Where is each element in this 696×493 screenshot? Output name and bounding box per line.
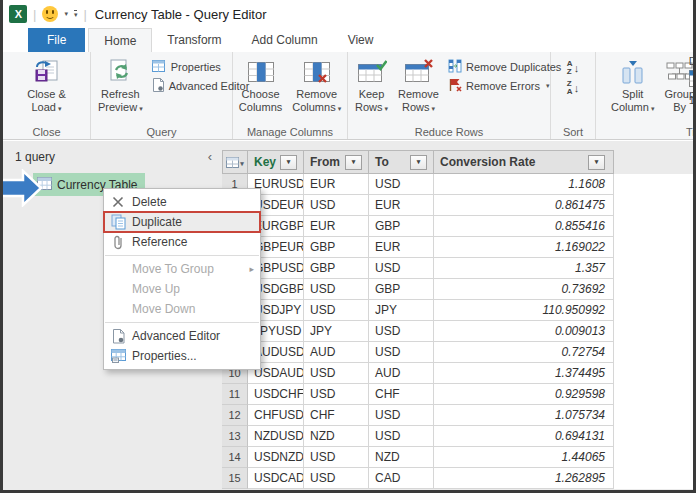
column-header-to[interactable]: To ▾ (369, 150, 434, 174)
cell-rate[interactable]: 0.855416 (434, 216, 614, 237)
cell-key[interactable]: NZDUSD (248, 426, 304, 447)
cell-to[interactable]: USD (369, 426, 434, 447)
cell-key[interactable]: CHFUSD (248, 405, 304, 426)
cell-to[interactable]: EUR (369, 237, 434, 258)
replace-values-button[interactable]: 1→2 (689, 94, 693, 106)
menu-item-reference[interactable]: Reference (104, 232, 260, 252)
smiley-icon[interactable] (42, 6, 58, 22)
menu-item-label: Delete (132, 195, 167, 209)
menu-item-delete[interactable]: Delete (104, 192, 260, 212)
cell-rate[interactable]: 1.169022 (434, 237, 614, 258)
cell-rate[interactable]: 1.1608 (434, 174, 614, 195)
smiley-dropdown-icon[interactable]: ▾ (64, 10, 68, 18)
cell-to[interactable]: GBP (369, 279, 434, 300)
cell-to[interactable]: EUR (369, 195, 434, 216)
filter-button-key[interactable]: ▾ (280, 155, 297, 170)
cell-from[interactable]: GBP (304, 258, 369, 279)
collapse-pane-icon[interactable]: ‹ (208, 152, 212, 162)
menu-item-move-to-group[interactable]: Move To Group▸ (104, 259, 260, 279)
cell-rate[interactable]: 0.861475 (434, 195, 614, 216)
cell-rate[interactable]: 0.72754 (434, 342, 614, 363)
cell-key[interactable]: USDCAD (248, 468, 304, 489)
column-header-conversion-rate[interactable]: Conversion Rate ▾ (434, 150, 614, 174)
cell-to[interactable]: USD (369, 321, 434, 342)
use-first-row-as-headers-icon[interactable] (689, 70, 693, 91)
refresh-label: Refresh (101, 88, 140, 100)
cell-from[interactable]: CHF (304, 405, 369, 426)
cell-rate[interactable]: 110.950992 (434, 300, 614, 321)
cell-to[interactable]: USD (369, 174, 434, 195)
cell-to[interactable]: AUD (369, 363, 434, 384)
menu-item-properties[interactable]: Properties... (104, 346, 260, 366)
cell-key[interactable]: USDNZD (248, 447, 304, 468)
cell-from[interactable]: USD (304, 300, 369, 321)
cell-rate[interactable]: 1.44065 (434, 447, 614, 468)
menu-item-move-down[interactable]: Move Down (104, 299, 260, 319)
row-number[interactable]: 12 (222, 405, 248, 426)
cell-to[interactable]: CHF (369, 384, 434, 405)
quick-access-customize-icon[interactable]: ▾ (74, 10, 78, 18)
cell-to[interactable]: GBP (369, 216, 434, 237)
tab-home[interactable]: Home (88, 28, 152, 52)
cell-to[interactable]: USD (369, 405, 434, 426)
cell-rate[interactable]: 1.374495 (434, 363, 614, 384)
menu-item-duplicate[interactable]: Duplicate (104, 212, 260, 232)
choose-columns-button[interactable]: Choose Columns (234, 55, 287, 113)
cell-from[interactable]: EUR (304, 174, 369, 195)
tab-transform[interactable]: Transform (152, 28, 236, 52)
group-label-transform: Tra (596, 126, 693, 138)
cell-from[interactable]: NZD (304, 426, 369, 447)
cell-from[interactable]: USD (304, 363, 369, 384)
filter-button-from[interactable]: ▾ (345, 155, 362, 170)
remove-duplicates-button[interactable]: Remove Duplicates (444, 58, 565, 76)
cell-to[interactable]: JPY (369, 300, 434, 321)
remove-rows-button[interactable]: Remove Rows▾ (393, 55, 444, 115)
cell-from[interactable]: USD (304, 279, 369, 300)
tab-view[interactable]: View (333, 28, 389, 52)
keep-rows-button[interactable]: Keep Rows▾ (350, 55, 393, 115)
cell-from[interactable]: USD (304, 468, 369, 489)
remove-columns-button[interactable]: Remove Columns▾ (287, 55, 346, 115)
cell-from[interactable]: EUR (304, 216, 369, 237)
sort-descending-button[interactable]: ZA ↓ (564, 78, 582, 97)
cell-rate[interactable]: 0.009013 (434, 321, 614, 342)
column-header-from[interactable]: From ▾ (304, 150, 369, 174)
cell-from[interactable]: USD (304, 384, 369, 405)
close-and-load-button[interactable]: Close & Load▾ (22, 55, 71, 115)
tab-file[interactable]: File (28, 28, 85, 52)
cell-rate[interactable]: 1.262895 (434, 468, 614, 489)
row-number[interactable]: 14 (222, 447, 248, 468)
cell-rate[interactable]: 0.694131 (434, 426, 614, 447)
ribbon-group-sort: AZ ↓ ZA ↓ Sort (551, 52, 596, 139)
data-type-button[interactable]: Data (689, 55, 693, 67)
cell-to[interactable]: USD (369, 342, 434, 363)
cell-to[interactable]: CAD (369, 468, 434, 489)
remove-errors-button[interactable]: Remove Errors ▾ (444, 77, 565, 95)
cell-from[interactable]: GBP (304, 237, 369, 258)
cell-rate[interactable]: 1.357 (434, 258, 614, 279)
cell-from[interactable]: JPY (304, 321, 369, 342)
row-number[interactable]: 13 (222, 426, 248, 447)
filter-button-to[interactable]: ▾ (410, 155, 427, 170)
cell-key[interactable]: USDCHF (248, 384, 304, 405)
cell-from[interactable]: USD (304, 195, 369, 216)
row-number[interactable]: 11 (222, 384, 248, 405)
cell-rate[interactable]: 0.73692 (434, 279, 614, 300)
split-column-button[interactable]: Split Column▾ (606, 55, 659, 115)
select-all-button[interactable]: ▾ (222, 150, 248, 174)
filter-button-conversion-rate[interactable]: ▾ (588, 155, 605, 170)
sort-ascending-button[interactable]: AZ ↓ (564, 58, 582, 77)
cell-to[interactable]: USD (369, 258, 434, 279)
cell-to[interactable]: NZD (369, 447, 434, 468)
menu-item-move-up[interactable]: Move Up (104, 279, 260, 299)
column-header-key[interactable]: Key ▾ (248, 150, 304, 174)
menu-item-advanced-editor[interactable]: Advanced Editor (104, 326, 260, 346)
tab-add-column[interactable]: Add Column (237, 28, 333, 52)
refresh-preview-button[interactable]: Refresh Preview▾ (93, 55, 148, 115)
cell-rate[interactable]: 1.075734 (434, 405, 614, 426)
cell-from[interactable]: USD (304, 447, 369, 468)
row-number[interactable]: 15 (222, 468, 248, 489)
cell-rate[interactable]: 0.929598 (434, 384, 614, 405)
cell-from[interactable]: AUD (304, 342, 369, 363)
grid-body: 1EURUSDEURUSD1.16082USDEURUSDEUR0.861475… (222, 174, 693, 489)
